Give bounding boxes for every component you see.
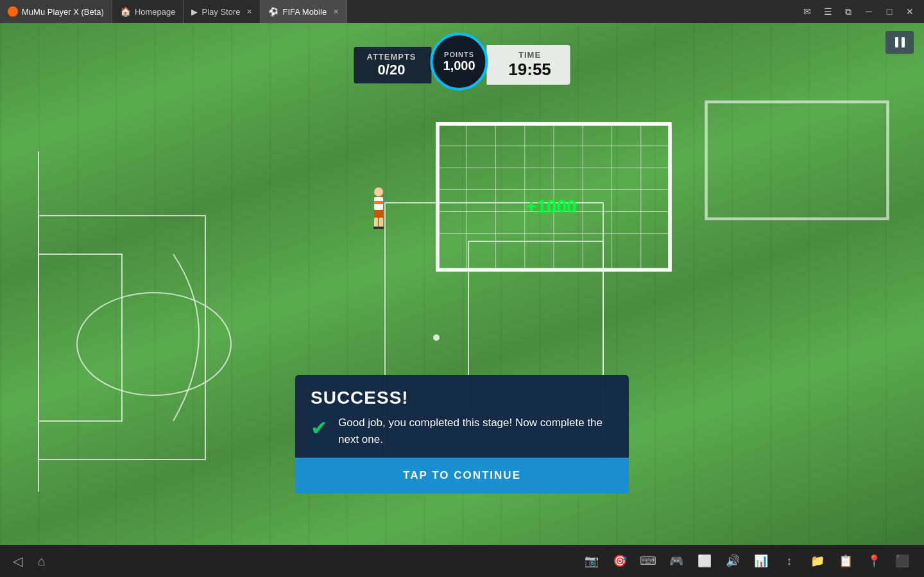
multi-window-icon[interactable]: ⬛ — [893, 552, 911, 570]
pause-button[interactable] — [886, 31, 914, 54]
hud-container: ATTEMPTS 0/20 POINTS 1,000 TIME 19:55 — [354, 36, 570, 94]
camera-icon[interactable]: 📷 — [583, 552, 601, 570]
home-button[interactable]: ⌂ — [38, 554, 46, 569]
home-icon: 🏠 — [120, 6, 131, 17]
svg-rect-28 — [379, 227, 384, 229]
hud-attempts: ATTEMPTS 0/20 — [354, 47, 431, 83]
gamepad-icon[interactable]: 🎮 — [667, 552, 685, 570]
maximize-button[interactable]: □ — [880, 3, 898, 21]
svg-point-0 — [77, 293, 231, 395]
svg-rect-25 — [374, 218, 378, 228]
success-body: ✔ Good job, you completed this stage! No… — [295, 415, 629, 458]
location-icon[interactable]: 📍 — [865, 552, 883, 570]
apk-icon[interactable]: 📋 — [837, 552, 855, 570]
resize-icon[interactable]: ↕ — [780, 552, 798, 570]
attempts-value: 0/20 — [378, 62, 406, 78]
svg-rect-27 — [373, 227, 379, 229]
points-value: 1,000 — [443, 58, 475, 73]
menu-button[interactable]: ☰ — [819, 3, 837, 21]
performance-icon[interactable]: 📊 — [752, 552, 770, 570]
close-button[interactable]: ✕ — [901, 3, 919, 21]
success-message: Good job, you completed this stage! Now … — [338, 415, 613, 447]
screenshot-icon[interactable]: ⬜ — [696, 552, 714, 570]
tab-homepage-label: Homepage — [135, 7, 176, 17]
tab-playstore-label: Play Store — [201, 7, 240, 17]
taskbar: ◁ ⌂ 📷 🎯 ⌨ 🎮 ⬜ 🔊 📊 ↕ 📁 📋 📍 ⬛ — [0, 545, 924, 577]
attempts-label: ATTEMPTS — [366, 52, 416, 62]
tab-homepage[interactable]: 🏠 Homepage — [112, 0, 184, 23]
svg-rect-24 — [374, 210, 383, 218]
mail-button[interactable]: ✉ — [798, 3, 816, 21]
tab-fifamobile-close[interactable]: ✕ — [333, 8, 339, 16]
volume-icon[interactable]: 🔊 — [724, 552, 742, 570]
svg-rect-2 — [38, 254, 122, 421]
success-dialog: SUCCESS! ✔ Good job, you completed this … — [295, 375, 629, 494]
points-popup: +1000 — [526, 196, 577, 217]
fifa-icon: ⚽ — [268, 7, 278, 17]
svg-rect-23 — [374, 201, 383, 204]
points-popup-value: +1000 — [526, 196, 577, 216]
title-bar: MuMu Player X (Beta) 🏠 Homepage ▶ Play S… — [0, 0, 924, 23]
success-header: SUCCESS! — [295, 375, 629, 415]
svg-rect-20 — [706, 102, 888, 219]
hud-time: TIME 19:55 — [487, 45, 570, 85]
tab-fifamobile[interactable]: ⚽ FIFA Mobile ✕ — [261, 0, 347, 23]
check-icon: ✔ — [311, 416, 328, 440]
time-value: 19:55 — [508, 60, 551, 80]
back-button[interactable]: ◁ — [13, 553, 22, 569]
app-title-label: MuMu Player X (Beta) — [22, 7, 104, 17]
time-label: TIME — [518, 50, 541, 60]
points-label: POINTS — [444, 51, 474, 58]
player-figure — [366, 187, 385, 225]
app-title-tab: MuMu Player X (Beta) — [0, 0, 112, 23]
success-title: SUCCESS! — [311, 388, 409, 408]
minimize-button[interactable]: ─ — [860, 3, 878, 21]
svg-point-21 — [374, 187, 383, 196]
tap-continue-button[interactable]: TAP TO CONTINUE — [295, 458, 629, 494]
restore-button[interactable]: ⧉ — [839, 3, 857, 21]
tab-playstore-close[interactable]: ✕ — [246, 8, 252, 16]
tab-playstore[interactable]: ▶ Play Store ✕ — [184, 0, 261, 23]
app-icon — [8, 6, 18, 17]
playstore-icon: ▶ — [191, 7, 198, 17]
tab-fifamobile-label: FIFA Mobile — [282, 7, 327, 17]
target-icon[interactable]: 🎯 — [611, 552, 629, 570]
files-icon[interactable]: 📁 — [809, 552, 826, 570]
game-area: +1000 ATTEMPTS 0/20 POINTS 1,000 TIME 19… — [0, 23, 924, 545]
pause-icon — [895, 37, 905, 47]
keyboard-icon[interactable]: ⌨ — [639, 552, 657, 570]
svg-rect-26 — [379, 218, 383, 228]
hud-points: POINTS 1,000 — [431, 33, 488, 90]
